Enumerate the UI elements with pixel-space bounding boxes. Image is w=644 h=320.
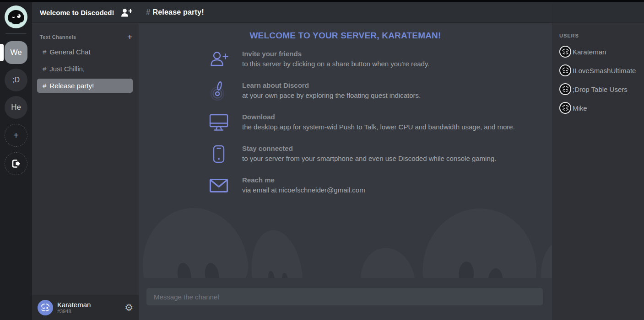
member-name: ;Drop Table Users xyxy=(573,85,628,93)
channel-general-chat[interactable]: # General Chat xyxy=(37,45,133,59)
users-label: USERS xyxy=(559,33,644,38)
watermark-ghost xyxy=(355,244,418,278)
item-title: Reach me xyxy=(242,176,365,184)
welcome-item-reach-me: Reach me via email at nicoefschneider@gm… xyxy=(139,175,552,196)
user-row-drop-table-users[interactable]: ;Drop Table Users xyxy=(552,83,644,96)
item-title: Invite your friends xyxy=(242,50,429,58)
hash-icon: # xyxy=(43,82,46,90)
message-input[interactable] xyxy=(146,288,543,305)
item-body: at your own pace by exploring the floati… xyxy=(242,91,421,99)
welcome-item-invite: Invite your friends to this server by cl… xyxy=(139,49,552,70)
item-body: to your server from your smartphone and … xyxy=(242,155,496,162)
person-add-icon[interactable] xyxy=(121,8,132,17)
channel-sidebar: Welcome to Discoded! Text Channels + # G… xyxy=(32,2,139,320)
channel-name: General Chat xyxy=(49,48,90,56)
current-user-discriminator: #3948 xyxy=(57,309,91,315)
chat-content: WELCOME TO YOUR SERVER, KARATEMAN! Invit… xyxy=(139,23,552,278)
discord-logo-icon[interactable] xyxy=(5,5,27,28)
main-chat-area: # Release party! WELCOME TO YOUR SERVER,… xyxy=(139,2,552,320)
channel-name: Release party! xyxy=(49,82,94,90)
hash-icon: # xyxy=(43,65,46,73)
user-row-ilovesmashultimate[interactable]: ILoveSmashUltimate xyxy=(552,64,644,77)
item-title: Stay connected xyxy=(242,144,496,152)
server-item-we[interactable]: We xyxy=(5,41,27,64)
users-panel: USERS Karateman ILoveSmashUltimate ;Drop… xyxy=(552,2,644,320)
member-name: Karateman xyxy=(573,48,606,56)
quest-indicator-icon xyxy=(208,80,229,101)
logout-icon xyxy=(11,158,22,169)
server-rail: We ;D He + xyxy=(0,0,32,320)
channel-release-party[interactable]: # Release party! xyxy=(37,79,133,93)
item-title: Download xyxy=(242,113,515,121)
monitor-icon xyxy=(208,112,229,133)
current-username: Karateman xyxy=(57,301,91,309)
text-channels-label: Text Channels xyxy=(40,34,76,40)
current-user-avatar xyxy=(38,300,53,315)
user-avatar xyxy=(559,46,571,58)
hash-icon: # xyxy=(146,8,150,17)
item-title: Learn about Discord xyxy=(242,81,421,89)
message-input-area xyxy=(139,278,552,320)
item-body: to this server by clicking on a share bu… xyxy=(242,60,429,68)
hash-icon: # xyxy=(43,48,46,56)
logout-button[interactable] xyxy=(5,152,27,175)
user-avatar xyxy=(559,83,571,95)
user-avatar xyxy=(559,64,571,76)
current-user-bar: Karateman #3948 ⚙ xyxy=(32,295,139,320)
smartphone-icon xyxy=(208,144,229,165)
users-panel-header xyxy=(552,2,644,23)
user-avatar xyxy=(559,102,571,114)
channels-section-header: Text Channels + xyxy=(40,34,132,40)
current-user-meta: Karateman #3948 xyxy=(57,301,91,315)
channel-title: Release party! xyxy=(152,8,204,16)
channel-list: # General Chat # Just Chillin, # Release… xyxy=(32,45,139,93)
server-item-d[interactable]: ;D xyxy=(5,69,27,91)
watermark-ghost xyxy=(538,240,552,278)
user-row-karateman[interactable]: Karateman xyxy=(552,45,644,58)
member-name: Mike xyxy=(573,104,587,112)
member-name: ILoveSmashUltimate xyxy=(573,67,636,75)
item-body: the desktop app for system-wid Push to T… xyxy=(242,123,515,131)
item-body: via email at nicoefschneider@gmail.com xyxy=(242,186,365,194)
discord-face xyxy=(8,10,24,24)
add-channel-button[interactable]: + xyxy=(127,34,132,40)
server-header[interactable]: Welcome to Discoded! xyxy=(32,2,139,23)
watermark-ghost xyxy=(421,206,540,278)
server-title: Welcome to Discoded! xyxy=(40,9,121,16)
gear-icon[interactable]: ⚙ xyxy=(124,303,133,312)
add-server-button[interactable]: + xyxy=(5,124,27,147)
window-top-strip xyxy=(0,0,644,2)
channel-header: # Release party! xyxy=(139,2,552,23)
welcome-item-learn: Learn about Discord at your own pace by … xyxy=(139,80,552,101)
discoded-app: We ;D He + Welcome to Discoded! xyxy=(0,0,644,320)
welcome-items: Invite your friends to this server by cl… xyxy=(139,49,552,196)
active-server-indicator xyxy=(0,44,4,61)
person-add-outline-icon xyxy=(208,49,229,70)
welcome-title: WELCOME TO YOUR SERVER, KARATEMAN! xyxy=(139,31,552,41)
server-item-he[interactable]: He xyxy=(5,96,27,119)
user-list: Karateman ILoveSmashUltimate ;Drop Table… xyxy=(552,45,644,114)
user-row-mike[interactable]: Mike xyxy=(552,101,644,114)
welcome-item-stay-connected: Stay connected to your server from your … xyxy=(139,144,552,165)
rail-divider xyxy=(5,33,27,34)
channel-just-chillin[interactable]: # Just Chillin, xyxy=(37,62,133,76)
welcome-item-download: Download the desktop app for system-wid … xyxy=(139,112,552,133)
channel-name: Just Chillin, xyxy=(49,65,85,73)
envelope-icon xyxy=(208,175,229,196)
watermark-ghost xyxy=(139,200,253,278)
watermark-ghost xyxy=(247,227,306,278)
